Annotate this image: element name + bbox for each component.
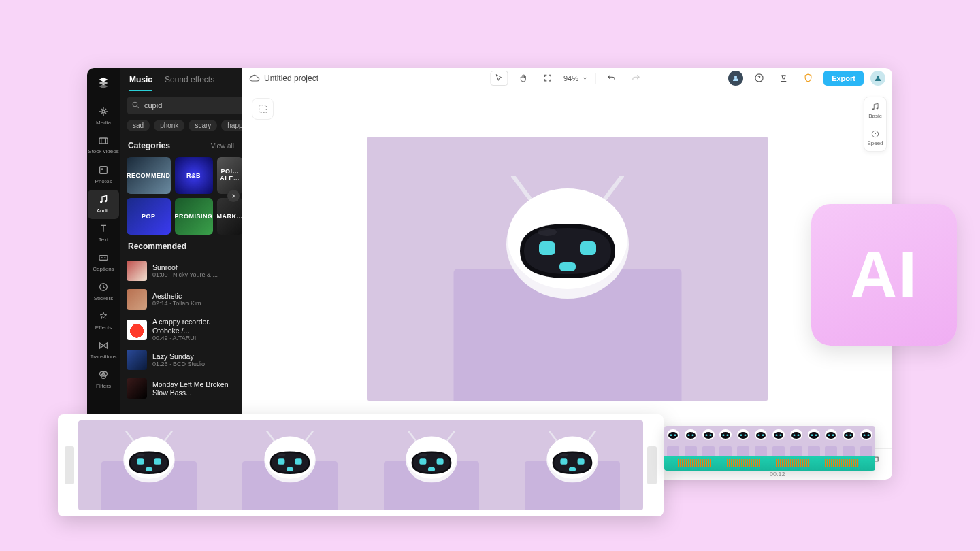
svg-rect-13 <box>99 138 108 144</box>
chip-scary[interactable]: scary <box>189 120 217 131</box>
track-list: Sunroof01:00 · Nicky Youre & ... Aesthet… <box>120 254 242 405</box>
download-button[interactable] <box>774 71 792 86</box>
app-logo[interactable] <box>95 75 112 91</box>
cloud-icon <box>249 73 260 84</box>
chevron-down-icon <box>581 75 588 82</box>
chip-row: sad phonk scary happy birthday <box>120 120 242 138</box>
cat-mark[interactable]: MARK… <box>217 198 242 235</box>
rail-transitions[interactable]: Transitions <box>88 336 119 365</box>
svg-point-15 <box>101 168 103 170</box>
svg-point-27 <box>877 76 879 78</box>
svg-point-23 <box>133 102 137 107</box>
rail-stock-videos[interactable]: Stock videos <box>88 131 119 161</box>
rail-photos[interactable]: Photos <box>88 161 119 190</box>
preview-canvas[interactable] <box>368 137 768 401</box>
crop-button[interactable] <box>252 98 274 120</box>
help-button[interactable] <box>750 71 768 86</box>
tab-music[interactable]: Music <box>129 75 152 91</box>
timeline-audio-track[interactable] <box>664 456 875 471</box>
cat-pop[interactable]: POP <box>127 198 171 235</box>
chip-happy-birthday[interactable]: happy birthday <box>221 120 242 131</box>
chip-sad[interactable]: sad <box>127 120 150 131</box>
category-next-button[interactable] <box>227 190 240 202</box>
search-input[interactable] <box>127 97 242 114</box>
recommended-heading: Recommended <box>128 241 186 251</box>
filmstrip-prev[interactable] <box>65 446 74 484</box>
hand-tool[interactable] <box>514 71 532 86</box>
cat-rnb[interactable]: R&B <box>175 157 213 194</box>
categories-heading: Categories <box>128 141 170 150</box>
export-button[interactable]: Export <box>823 71 864 86</box>
track-item[interactable]: A crappy recorder. Otoboke /...00:49 · A… <box>120 314 242 346</box>
track-item[interactable]: Lazy Sunday01:26 · BCD Studio <box>120 346 242 374</box>
side-tool-speed[interactable]: Speed <box>864 124 886 151</box>
filmstrip-card <box>58 414 664 516</box>
rail-text[interactable]: Text <box>88 219 119 248</box>
rail-stickers[interactable]: Stickers <box>88 278 119 307</box>
side-tools: Basic Speed <box>864 97 887 152</box>
fullscreen-button[interactable] <box>539 71 557 86</box>
svg-point-24 <box>734 76 737 78</box>
user-avatar[interactable] <box>870 71 885 86</box>
svg-point-30 <box>877 107 878 109</box>
track-item[interactable]: Monday Left Me Broken Slow Bass... <box>120 374 242 403</box>
filmstrip[interactable] <box>78 420 643 510</box>
shield-icon[interactable] <box>799 71 817 86</box>
cursor-tool[interactable] <box>490 71 508 86</box>
undo-button[interactable] <box>602 71 620 86</box>
cat-poi[interactable]: POI… ALE… <box>217 157 242 194</box>
category-grid: RECOMMEND R&B POI… ALE… POP PROMISING MA… <box>120 153 242 239</box>
rail-filters[interactable]: Filters <box>88 365 119 395</box>
redo-button[interactable] <box>627 71 644 86</box>
timeline-clip[interactable] <box>664 426 875 471</box>
svg-rect-14 <box>100 166 108 173</box>
view-all-link[interactable]: View all <box>211 142 234 150</box>
cat-recommend[interactable]: RECOMMEND <box>127 157 171 194</box>
rail-media[interactable]: Media <box>88 102 119 131</box>
search-icon <box>131 101 140 110</box>
svg-rect-18 <box>99 255 108 260</box>
svg-point-29 <box>872 108 874 110</box>
cat-promising[interactable]: PROMISING <box>175 198 213 235</box>
svg-point-26 <box>759 80 760 80</box>
rail-audio[interactable]: Audio <box>88 190 119 219</box>
svg-point-16 <box>100 201 102 203</box>
rail-captions[interactable]: Captions <box>88 248 119 278</box>
track-item[interactable]: Aesthetic02:14 · Tollan Kim <box>120 285 242 314</box>
track-item[interactable]: Sunroof01:00 · Nicky Youre & ... <box>120 256 242 285</box>
ai-badge: AI <box>811 204 957 346</box>
rail-effects[interactable]: Effects <box>88 307 119 336</box>
side-tool-basic[interactable]: Basic <box>864 97 886 124</box>
collab-icon[interactable] <box>728 71 743 86</box>
tab-sound-effects[interactable]: Sound effects <box>165 75 214 91</box>
ruler-tick: 00:12 <box>770 471 785 478</box>
svg-point-17 <box>105 200 107 202</box>
chip-phonk[interactable]: phonk <box>154 120 184 131</box>
svg-point-12 <box>102 110 105 113</box>
zoom-dropdown[interactable]: 94% <box>564 74 588 82</box>
filmstrip-next[interactable] <box>647 446 657 484</box>
project-title[interactable]: Untitled project <box>264 73 318 83</box>
svg-rect-28 <box>259 105 267 113</box>
top-bar: Untitled project 94% Export <box>242 68 892 88</box>
canvas-area: Basic Speed <box>242 88 892 448</box>
